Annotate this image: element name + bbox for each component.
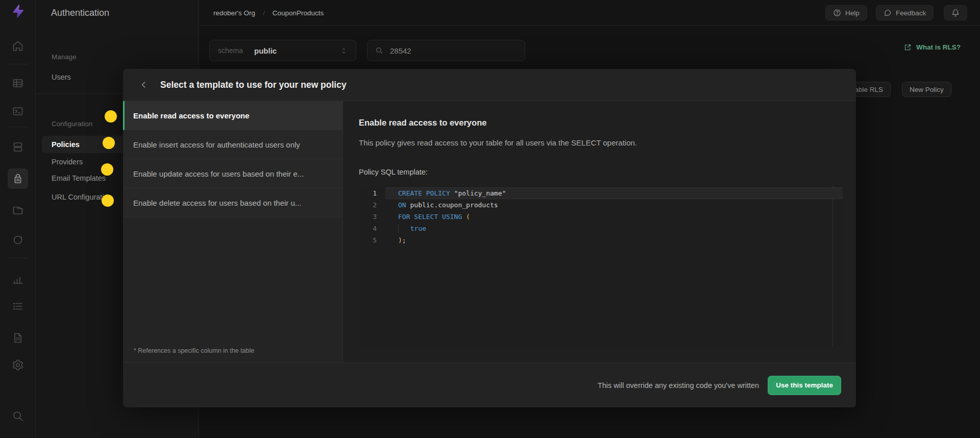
- search-value: 28542: [390, 46, 411, 55]
- external-link-icon: [904, 43, 912, 51]
- template-option[interactable]: Enable insert access for authenticated u…: [123, 130, 342, 159]
- template-detail-description: This policy gives read access to your ta…: [359, 138, 637, 147]
- schema-select-label: schema: [218, 46, 243, 55]
- feedback-label: Feedback: [896, 9, 926, 17]
- page-title: Authentication: [51, 8, 109, 18]
- reports-icon[interactable]: [8, 269, 28, 289]
- sidenav-item-label: Providers: [52, 158, 83, 166]
- table-editor-icon[interactable]: [8, 73, 28, 93]
- logs-icon[interactable]: [8, 296, 28, 317]
- use-template-button[interactable]: Use this template: [768, 376, 841, 395]
- sql-editor-icon[interactable]: [8, 101, 28, 121]
- topbar: redober's Org/CouponProducts Help Feedba…: [200, 0, 980, 26]
- breadcrumb: redober's Org/CouponProducts: [213, 0, 324, 26]
- edge-functions-icon[interactable]: [8, 230, 28, 250]
- schema-select[interactable]: schema public: [209, 40, 356, 61]
- breadcrumb-item[interactable]: CouponProducts: [273, 9, 324, 17]
- notifications-button[interactable]: [944, 5, 967, 20]
- app-root: Authentication ManageUsersConfigurationP…: [0, 0, 980, 438]
- sidenav-item-label: Users: [52, 73, 71, 81]
- sidenav-section-label: Configuration: [52, 120, 92, 128]
- sql-code-editor[interactable]: 1CREATE POLICY "policy_name"2ON public.c…: [360, 186, 843, 347]
- chat-bubble-icon: [884, 9, 892, 17]
- help-label: Help: [845, 9, 860, 17]
- auth-lock-icon[interactable]: [8, 168, 28, 189]
- breadcrumb-separator: /: [263, 9, 265, 17]
- storage-icon[interactable]: [8, 200, 28, 221]
- new-policy-button[interactable]: New Policy: [902, 82, 951, 97]
- click-annotation-dot: [102, 194, 114, 207]
- sidenav-item-label: Policies: [52, 140, 80, 149]
- code-line: 2ON public.coupon_products: [360, 199, 843, 211]
- what-is-rls-label: What is RLS?: [916, 43, 961, 51]
- modal-title: Select a template to use for your new po…: [160, 80, 347, 90]
- search-icon[interactable]: [8, 406, 28, 426]
- settings-gear-icon[interactable]: [8, 355, 28, 375]
- supabase-logo[interactable]: [11, 4, 25, 18]
- what-is-rls-link[interactable]: What is RLS?: [904, 43, 961, 51]
- sql-template-label: Policy SQL template:: [359, 168, 428, 176]
- code-line: 1CREATE POLICY "policy_name": [360, 187, 843, 199]
- line-number: 4: [360, 225, 385, 232]
- bell-icon: [951, 9, 960, 17]
- template-list: Enable read access to everyoneEnable ins…: [123, 101, 343, 362]
- template-detail-panel: Enable read access to everyone This poli…: [343, 101, 856, 362]
- code-line: 5);: [360, 234, 843, 246]
- breadcrumb-item[interactable]: redober's Org: [213, 9, 255, 17]
- sidenav-section-label: Manage: [52, 53, 77, 61]
- click-annotation-dot: [101, 163, 113, 176]
- home-icon[interactable]: [8, 36, 28, 56]
- template-detail-title: Enable read access to everyone: [359, 118, 486, 128]
- rail-divider: [7, 64, 29, 64]
- modal-header: Select a template to use for your new po…: [123, 69, 856, 101]
- chevron-left-icon[interactable]: [139, 79, 150, 90]
- search-icon: [375, 46, 383, 55]
- sidenav-section-manage: Manage: [52, 50, 193, 64]
- code-line: 4 true: [360, 223, 843, 234]
- database-icon[interactable]: [8, 137, 28, 157]
- sidenav-item-label: Email Templates: [52, 174, 106, 182]
- line-number: 2: [360, 201, 385, 209]
- override-warning: This will override any existing code you…: [598, 381, 759, 390]
- select-chevrons-icon: [340, 47, 348, 55]
- icon-rail: [0, 0, 36, 438]
- click-annotation-dot: [105, 110, 117, 123]
- template-footnote: * References a specific column in the ta…: [134, 347, 254, 354]
- schema-select-value: public: [254, 46, 277, 55]
- template-option[interactable]: Enable read access to everyone: [123, 101, 342, 130]
- line-number: 3: [360, 213, 385, 221]
- line-number: 1: [360, 189, 385, 197]
- policy-template-modal: Select a template to use for your new po…: [123, 69, 856, 407]
- feedback-button[interactable]: Feedback: [876, 5, 934, 20]
- modal-footer: This will override any existing code you…: [123, 362, 856, 407]
- template-option[interactable]: Enable update access for users based on …: [123, 159, 342, 188]
- line-number: 5: [360, 236, 385, 244]
- template-option[interactable]: Enable delete access for users based on …: [123, 188, 342, 217]
- rail-divider: [7, 258, 29, 258]
- rail-divider: [7, 127, 29, 127]
- docs-icon[interactable]: [8, 328, 28, 348]
- new-policy-label: New Policy: [910, 86, 944, 93]
- click-annotation-dot: [103, 137, 115, 149]
- policy-search-input[interactable]: 28542: [367, 40, 525, 61]
- modal-body: Enable read access to everyoneEnable ins…: [123, 101, 856, 362]
- help-circle-icon: [833, 9, 841, 17]
- help-button[interactable]: Help: [825, 5, 867, 20]
- code-line: 3FOR SELECT USING (: [360, 211, 843, 223]
